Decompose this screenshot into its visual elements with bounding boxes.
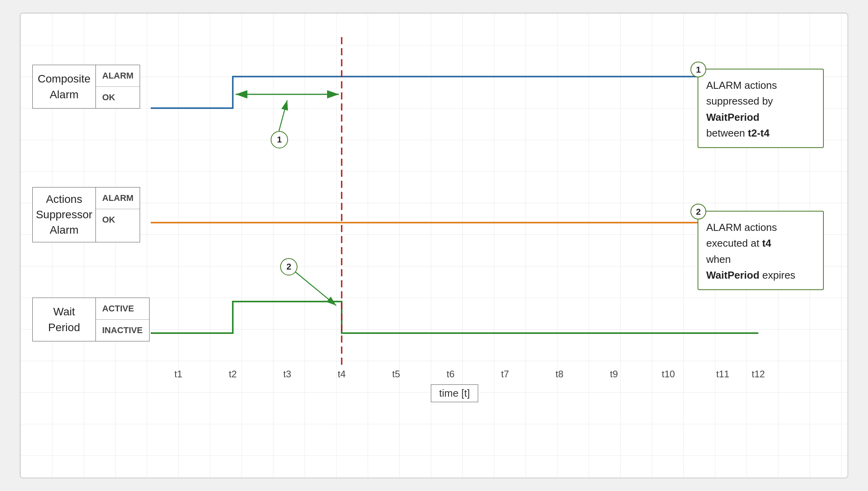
time-t4: t4: [338, 369, 346, 380]
wait-period-main-label: Wait Period: [33, 298, 96, 341]
wait-period-label: Wait Period ACTIVE INACTIVE: [32, 298, 150, 341]
time-t5: t5: [392, 369, 400, 380]
time-t7: t7: [501, 369, 509, 380]
time-t10: t10: [662, 369, 675, 380]
annotation-1-number: 1: [690, 62, 706, 77]
time-t6: t6: [447, 369, 455, 380]
time-t2: t2: [229, 369, 237, 380]
time-t3: t3: [283, 369, 291, 380]
time-t1: t1: [174, 369, 182, 380]
composite-alarm-state-ok: OK: [96, 87, 140, 108]
callout-circle-1: 1: [271, 131, 288, 148]
annotation-box-1: 1 ALARM actionssuppressed byWaitPeriodbe…: [698, 69, 824, 148]
annotation-2-text: ALARM actionsexecuted at t4whenWaitPerio…: [706, 219, 815, 283]
composite-alarm-state-alarm: ALARM: [96, 65, 140, 87]
wait-period-state-inactive: INACTIVE: [96, 320, 149, 341]
time-t8: t8: [556, 369, 563, 380]
time-t12: t12: [752, 369, 765, 380]
time-t9: t9: [610, 369, 618, 380]
annotation-2-number: 2: [690, 204, 706, 219]
actions-suppressor-state-ok: OK: [96, 209, 140, 231]
annotation-1-text: ALARM actionssuppressed byWaitPeriodbetw…: [706, 77, 815, 141]
time-t11: t11: [716, 369, 729, 380]
actions-suppressor-main-label: Actions Suppressor Alarm: [33, 187, 96, 242]
composite-alarm-main-label: Composite Alarm: [33, 65, 96, 108]
time-axis-label: time [t]: [431, 384, 478, 402]
composite-alarm-label: Composite Alarm ALARM OK: [32, 65, 140, 109]
diagram-container: Composite Alarm ALARM OK Actions Suppres…: [20, 13, 848, 478]
actions-suppressor-label: Actions Suppressor Alarm ALARM OK: [32, 187, 140, 242]
wait-period-state-active: ACTIVE: [96, 298, 149, 320]
callout-circle-2: 2: [280, 258, 297, 275]
annotation-box-2: 2 ALARM actionsexecuted at t4whenWaitPer…: [698, 211, 824, 290]
actions-suppressor-state-alarm: ALARM: [96, 187, 140, 209]
